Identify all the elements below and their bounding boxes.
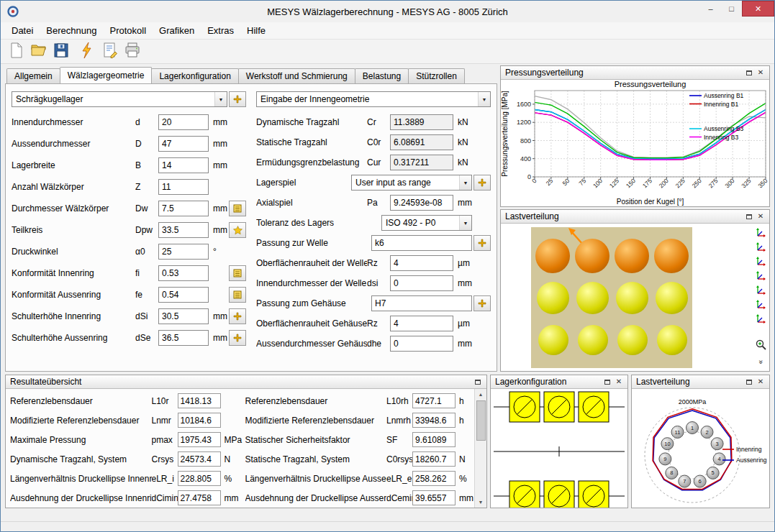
result-row: Modifizierte ReferenzlebensdauerLnmr1018… xyxy=(10,413,238,428)
svg-text:100: 100 xyxy=(592,177,604,189)
calculator-button[interactable] xyxy=(229,265,246,281)
field-input[interactable] xyxy=(390,195,453,211)
menu-item[interactable]: Grafiken xyxy=(153,23,201,38)
result-unit: % xyxy=(221,474,238,484)
close-panel-icon[interactable]: ✕ xyxy=(613,377,625,387)
add-button[interactable] xyxy=(229,308,246,324)
inner-geometry-select[interactable]: Eingabe der Innengeometrie ▼ xyxy=(256,91,491,107)
report-button[interactable] xyxy=(100,42,120,62)
field-input[interactable] xyxy=(158,136,209,152)
tab[interactable]: Stützrollen xyxy=(408,68,465,83)
clearance-select[interactable]: User input as range▼ xyxy=(351,175,472,191)
zoom-window-icon[interactable] xyxy=(755,339,767,351)
field-label: Passung zur Welle xyxy=(256,238,371,248)
add-button[interactable] xyxy=(229,330,246,346)
menu-item[interactable]: Berechnung xyxy=(40,23,103,38)
geometry-row: LagerbreiteBmm xyxy=(12,157,246,173)
field-input[interactable] xyxy=(390,336,453,352)
view-y-icon[interactable] xyxy=(755,298,767,311)
more-icon[interactable]: » xyxy=(755,356,767,368)
chevron-down-icon: ▼ xyxy=(478,92,490,106)
view-z-icon[interactable] xyxy=(755,313,767,325)
field-input[interactable] xyxy=(390,275,453,291)
field-input[interactable] xyxy=(158,179,209,195)
add-button[interactable] xyxy=(473,235,491,251)
float-panel-icon[interactable] xyxy=(743,68,755,78)
close-panel-icon[interactable]: ✕ xyxy=(755,68,766,78)
field-input[interactable] xyxy=(390,316,453,331)
field-input[interactable] xyxy=(158,265,209,281)
tab[interactable]: Belastung xyxy=(355,68,409,83)
field-symbol: Rz xyxy=(367,258,390,268)
results-scrollbar[interactable]: ▲ ▼ xyxy=(474,389,486,508)
pressure-distribution-panel: Pressungsverteilung ✕ 025507510012515017… xyxy=(500,65,770,207)
float-panel-icon[interactable] xyxy=(743,377,755,387)
result-value: 9.61089 xyxy=(412,432,456,447)
scroll-down-icon[interactable]: ▼ xyxy=(476,497,486,508)
viewer-3d[interactable]: » xyxy=(501,224,769,371)
float-panel-icon[interactable] xyxy=(602,377,613,387)
add-bearing-button[interactable] xyxy=(229,91,246,107)
new-file-button[interactable] xyxy=(6,42,27,62)
calculator-button[interactable] xyxy=(229,201,246,216)
field-input[interactable] xyxy=(390,114,453,130)
add-button[interactable] xyxy=(473,175,491,191)
view-yz-icon[interactable] xyxy=(755,270,767,282)
menu-item[interactable]: Hilfe xyxy=(240,23,272,38)
field-input[interactable] xyxy=(158,222,209,238)
open-button[interactable] xyxy=(29,42,49,62)
tab[interactable]: Wälzlagergeometrie xyxy=(60,67,153,83)
float-panel-icon[interactable] xyxy=(472,377,484,387)
calculate-button[interactable] xyxy=(78,42,98,62)
scroll-up-icon[interactable]: ▲ xyxy=(476,389,486,400)
svg-text:9: 9 xyxy=(663,456,666,462)
svg-text:2000MPa: 2000MPa xyxy=(679,398,707,405)
database-button[interactable] xyxy=(229,222,246,238)
tolerance-select[interactable]: ISO 492 - P0▼ xyxy=(381,215,472,231)
field-input[interactable] xyxy=(158,201,209,216)
close-panel-icon[interactable]: ✕ xyxy=(755,377,766,387)
close-button[interactable]: ✕ xyxy=(742,1,774,17)
field-input[interactable] xyxy=(390,155,453,170)
field-input[interactable] xyxy=(390,134,453,150)
result-value: 24573.4 xyxy=(178,451,221,467)
field-input[interactable] xyxy=(158,330,209,346)
tab[interactable]: Werkstoff und Schmierung xyxy=(238,68,355,83)
view-iso-icon[interactable] xyxy=(755,226,767,239)
polar-load-chart: 2000MPa1234567891011InnenringAussenring xyxy=(632,389,769,508)
field-label: Teilkreis xyxy=(12,225,135,235)
view-xz-icon[interactable] xyxy=(755,255,767,267)
save-button[interactable] xyxy=(51,42,71,62)
field-input[interactable] xyxy=(158,287,209,303)
geometry-tab-page: Schrägkugellager ▼ InnendurchmesserdmmAu… xyxy=(5,83,497,372)
print-button[interactable] xyxy=(122,42,142,62)
maximize-button[interactable]: □ xyxy=(721,1,742,17)
field-label: Schulterhöhe Innenring xyxy=(12,311,135,321)
field-label: Oberflächenrauheit Gehäuse xyxy=(256,318,367,329)
minimize-button[interactable]: – xyxy=(700,1,721,17)
menu-item[interactable]: Extras xyxy=(201,23,240,38)
tab[interactable]: Allgemein xyxy=(6,68,60,83)
field-input[interactable] xyxy=(158,157,209,173)
float-panel-icon[interactable] xyxy=(743,211,755,221)
results-body: ReferenzlebensdauerL10r1418.13Modifizier… xyxy=(6,389,486,508)
add-button[interactable] xyxy=(473,295,491,311)
bearing-type-select[interactable]: Schrägkugellager ▼ xyxy=(12,91,227,107)
view-xy-icon[interactable] xyxy=(755,241,767,253)
tab[interactable]: Lagerkonfiguration xyxy=(151,68,238,83)
fit-input[interactable] xyxy=(371,235,472,251)
field-input[interactable] xyxy=(158,244,209,260)
field-label: Druckwinkel xyxy=(12,247,135,257)
field-input[interactable] xyxy=(158,308,209,324)
menu-item[interactable]: Protokoll xyxy=(103,23,153,38)
close-panel-icon[interactable]: ✕ xyxy=(755,211,766,221)
fit-input[interactable] xyxy=(371,295,472,311)
view-x-icon[interactable] xyxy=(755,284,767,296)
field-input[interactable] xyxy=(158,114,209,130)
scroll-thumb[interactable] xyxy=(476,400,486,441)
menu-item[interactable]: Datei xyxy=(5,23,40,38)
open-icon xyxy=(30,42,47,61)
calculator-button[interactable] xyxy=(229,287,246,303)
field-input[interactable] xyxy=(390,255,453,271)
sphere xyxy=(656,282,688,314)
